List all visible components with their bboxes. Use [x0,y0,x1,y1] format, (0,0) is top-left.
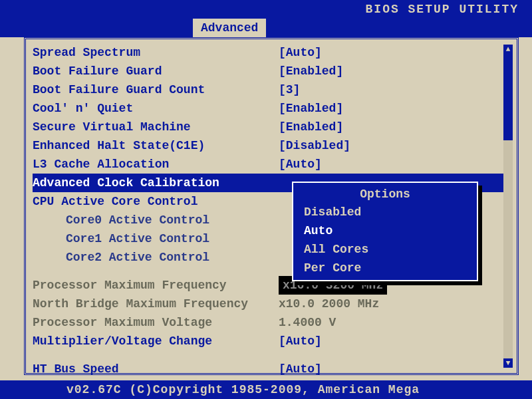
info-value: x10.0 2000 MHz [279,295,379,313]
setting-spread-spectrum[interactable]: Spread Spectrum [Auto] [33,43,510,62]
scroll-down-icon[interactable]: ▼ [503,358,513,368]
setting-value: [3] [279,80,300,99]
popup-option-per-core[interactable]: Per Core [293,259,477,277]
setting-label: Core0 Active Control [33,211,279,229]
setting-value: [Enabled] [279,99,343,118]
setting-label: Core1 Active Control [33,229,279,248]
setting-label: Boot Failure Guard [33,62,279,80]
setting-value: [Auto] [279,43,322,62]
info-label: North Bridge Maximum Frequency [33,295,279,313]
setting-cool-n-quiet[interactable]: Cool' n' Quiet [Enabled] [33,99,510,118]
setting-label: Secure Virtual Machine [33,118,279,136]
info-label: Processor Maximum Frequency [33,276,279,295]
divider [33,350,510,360]
options-popup: Options Disabled Auto All Cores Per Core [292,182,478,281]
scroll-track[interactable] [503,54,513,358]
setting-label: Multiplier/Voltage Change [33,332,279,350]
info-north-bridge-max-frequency: North Bridge Maximum Frequency x10.0 200… [33,295,510,313]
info-label: Processor Maximum Voltage [33,313,279,332]
popup-option-disabled[interactable]: Disabled [293,203,477,221]
setting-multiplier-voltage-change[interactable]: Multiplier/Voltage Change [Auto] [33,332,510,350]
setting-label: HT Bus Speed [33,360,279,378]
setting-label: Boot Failure Guard Count [33,80,279,99]
tab-advanced[interactable]: Advanced [193,19,266,37]
scroll-up-icon[interactable]: ▲ [503,45,513,54]
popup-option-auto[interactable]: Auto [293,221,477,240]
info-value: 1.4000 V [279,313,336,332]
setting-label: CPU Active Core Control [33,192,279,211]
setting-label: Advanced Clock Calibration [33,174,279,192]
setting-boot-failure-guard[interactable]: Boot Failure Guard [Enabled] [33,62,510,80]
setting-boot-failure-guard-count[interactable]: Boot Failure Guard Count [3] [33,80,510,99]
setting-value: [Auto] [279,155,322,174]
setting-label: Cool' n' Quiet [33,99,279,118]
settings-panel: Spread Spectrum [Auto] Boot Failure Guar… [24,37,519,375]
scrollbar[interactable]: ▲ ▼ [503,45,513,368]
setting-secure-virtual-machine[interactable]: Secure Virtual Machine [Enabled] [33,118,510,136]
info-processor-max-voltage: Processor Maximum Voltage 1.4000 V [33,313,510,332]
setting-label: Core2 Active Control [33,248,279,267]
setting-value: [Enabled] [279,118,343,136]
scroll-thumb[interactable] [503,54,513,140]
tab-bar: Advanced [0,19,532,37]
settings-list: Spread Spectrum [Auto] Boot Failure Guar… [26,39,517,373]
setting-label: Enhanced Halt State(C1E) [33,136,279,155]
setting-value: [Auto] [279,360,322,378]
setting-label: L3 Cache Allocation [33,155,279,174]
setting-value: [Auto] [279,332,322,350]
footer-text: v02.67C (C)Copyright 1985-2009, American… [66,383,420,396]
setting-value: [Disabled] [279,136,350,155]
setting-enhanced-halt-state[interactable]: Enhanced Halt State(C1E) [Disabled] [33,136,510,155]
utility-title: BIOS SETUP UTILITY [366,3,519,16]
header-title-bar: BIOS SETUP UTILITY [0,0,532,19]
footer-bar: v02.67C (C)Copyright 1985-2009, American… [0,380,532,399]
setting-label: Spread Spectrum [33,43,279,62]
popup-title: Options [293,186,477,203]
popup-option-all-cores[interactable]: All Cores [293,240,477,259]
setting-value: [Enabled] [279,62,343,80]
setting-ht-bus-speed[interactable]: HT Bus Speed [Auto] [33,360,510,378]
setting-l3-cache-allocation[interactable]: L3 Cache Allocation [Auto] [33,155,510,174]
